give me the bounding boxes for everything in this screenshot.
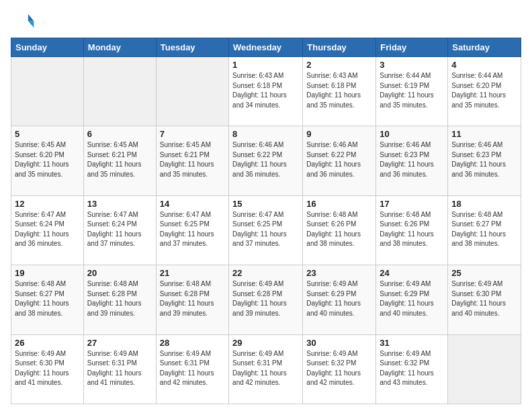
calendar-cell: 23Sunrise: 6:49 AM Sunset: 6:29 PM Dayli…: [303, 265, 376, 334]
calendar-cell: 2Sunrise: 6:43 AM Sunset: 6:18 PM Daylig…: [303, 57, 376, 126]
day-info: Sunrise: 6:45 AM Sunset: 6:21 PM Dayligh…: [87, 140, 152, 179]
calendar-cell: [448, 334, 521, 404]
day-info: Sunrise: 6:49 AM Sunset: 6:31 PM Dayligh…: [232, 349, 299, 388]
day-info: Sunrise: 6:49 AM Sunset: 6:29 PM Dayligh…: [306, 279, 372, 318]
day-number: 15: [232, 199, 299, 209]
day-info: Sunrise: 6:46 AM Sunset: 6:23 PM Dayligh…: [451, 140, 517, 179]
weekday-header-thursday: Thursday: [303, 38, 376, 57]
day-info: Sunrise: 6:47 AM Sunset: 6:24 PM Dayligh…: [15, 210, 80, 249]
day-info: Sunrise: 6:48 AM Sunset: 6:26 PM Dayligh…: [306, 210, 372, 249]
calendar-cell: 25Sunrise: 6:49 AM Sunset: 6:30 PM Dayli…: [448, 265, 521, 334]
weekday-header-saturday: Saturday: [448, 38, 521, 57]
day-info: Sunrise: 6:48 AM Sunset: 6:27 PM Dayligh…: [451, 210, 517, 249]
calendar-cell: 26Sunrise: 6:49 AM Sunset: 6:30 PM Dayli…: [11, 334, 84, 404]
weekday-header-row: SundayMondayTuesdayWednesdayThursdayFrid…: [11, 38, 521, 57]
day-info: Sunrise: 6:49 AM Sunset: 6:32 PM Dayligh…: [306, 349, 372, 388]
calendar-cell: 19Sunrise: 6:48 AM Sunset: 6:27 PM Dayli…: [11, 265, 84, 334]
calendar-cell: 14Sunrise: 6:47 AM Sunset: 6:25 PM Dayli…: [156, 195, 228, 265]
calendar-cell: 13Sunrise: 6:47 AM Sunset: 6:24 PM Dayli…: [83, 195, 156, 265]
day-info: Sunrise: 6:47 AM Sunset: 6:24 PM Dayligh…: [87, 210, 152, 249]
calendar-cell: 4Sunrise: 6:44 AM Sunset: 6:20 PM Daylig…: [448, 57, 521, 126]
logo-icon: [13, 11, 35, 32]
day-number: 7: [160, 129, 225, 139]
day-info: Sunrise: 6:46 AM Sunset: 6:23 PM Dayligh…: [380, 140, 444, 179]
weekday-header-friday: Friday: [376, 38, 448, 57]
calendar-cell: 7Sunrise: 6:45 AM Sunset: 6:21 PM Daylig…: [156, 126, 228, 195]
calendar-cell: 29Sunrise: 6:49 AM Sunset: 6:31 PM Dayli…: [229, 334, 303, 404]
weekday-header-monday: Monday: [83, 38, 156, 57]
day-number: 24: [380, 268, 444, 278]
svg-marker-1: [28, 21, 34, 28]
day-info: Sunrise: 6:43 AM Sunset: 6:18 PM Dayligh…: [306, 71, 372, 110]
day-number: 20: [87, 268, 152, 278]
svg-marker-0: [28, 14, 34, 21]
week-row-4: 19Sunrise: 6:48 AM Sunset: 6:27 PM Dayli…: [11, 265, 521, 334]
day-number: 30: [306, 338, 372, 348]
day-info: Sunrise: 6:48 AM Sunset: 6:27 PM Dayligh…: [15, 279, 80, 318]
day-number: 16: [306, 199, 372, 209]
weekday-header-wednesday: Wednesday: [229, 38, 303, 57]
calendar-cell: 20Sunrise: 6:48 AM Sunset: 6:28 PM Dayli…: [83, 265, 156, 334]
day-info: Sunrise: 6:45 AM Sunset: 6:21 PM Dayligh…: [160, 140, 225, 179]
day-number: 19: [15, 268, 80, 278]
calendar-cell: [156, 57, 228, 126]
day-number: 9: [306, 129, 372, 139]
day-number: 28: [160, 338, 225, 348]
calendar-cell: 16Sunrise: 6:48 AM Sunset: 6:26 PM Dayli…: [303, 195, 376, 265]
day-number: 14: [160, 199, 225, 209]
day-info: Sunrise: 6:49 AM Sunset: 6:29 PM Dayligh…: [380, 279, 444, 318]
day-info: Sunrise: 6:49 AM Sunset: 6:31 PM Dayligh…: [87, 349, 152, 388]
calendar-cell: 21Sunrise: 6:48 AM Sunset: 6:28 PM Dayli…: [156, 265, 228, 334]
calendar-cell: 30Sunrise: 6:49 AM Sunset: 6:32 PM Dayli…: [303, 334, 376, 404]
calendar-cell: 1Sunrise: 6:43 AM Sunset: 6:18 PM Daylig…: [229, 57, 303, 126]
day-number: 5: [15, 129, 80, 139]
calendar-cell: [11, 57, 84, 126]
calendar-cell: 10Sunrise: 6:46 AM Sunset: 6:23 PM Dayli…: [376, 126, 448, 195]
calendar-cell: 9Sunrise: 6:46 AM Sunset: 6:22 PM Daylig…: [303, 126, 376, 195]
calendar-cell: [83, 57, 156, 126]
day-number: 10: [380, 129, 444, 139]
day-number: 27: [87, 338, 152, 348]
day-info: Sunrise: 6:49 AM Sunset: 6:30 PM Dayligh…: [15, 349, 80, 388]
calendar-cell: 28Sunrise: 6:49 AM Sunset: 6:31 PM Dayli…: [156, 334, 228, 404]
day-info: Sunrise: 6:49 AM Sunset: 6:31 PM Dayligh…: [160, 349, 225, 388]
day-info: Sunrise: 6:48 AM Sunset: 6:28 PM Dayligh…: [87, 279, 152, 318]
calendar-cell: 24Sunrise: 6:49 AM Sunset: 6:29 PM Dayli…: [376, 265, 448, 334]
calendar-cell: 3Sunrise: 6:44 AM Sunset: 6:19 PM Daylig…: [376, 57, 448, 126]
day-info: Sunrise: 6:49 AM Sunset: 6:28 PM Dayligh…: [232, 279, 299, 318]
day-info: Sunrise: 6:48 AM Sunset: 6:28 PM Dayligh…: [160, 279, 225, 318]
day-info: Sunrise: 6:46 AM Sunset: 6:22 PM Dayligh…: [306, 140, 372, 179]
day-number: 23: [306, 268, 372, 278]
day-info: Sunrise: 6:48 AM Sunset: 6:26 PM Dayligh…: [380, 210, 444, 249]
day-number: 3: [380, 60, 444, 70]
calendar-cell: 17Sunrise: 6:48 AM Sunset: 6:26 PM Dayli…: [376, 195, 448, 265]
day-info: Sunrise: 6:44 AM Sunset: 6:19 PM Dayligh…: [380, 71, 444, 110]
day-info: Sunrise: 6:47 AM Sunset: 6:25 PM Dayligh…: [232, 210, 299, 249]
day-info: Sunrise: 6:47 AM Sunset: 6:25 PM Dayligh…: [160, 210, 225, 249]
day-number: 18: [451, 199, 517, 209]
calendar-cell: 8Sunrise: 6:46 AM Sunset: 6:22 PM Daylig…: [229, 126, 303, 195]
day-number: 2: [306, 60, 372, 70]
day-number: 31: [380, 338, 444, 348]
calendar-cell: 18Sunrise: 6:48 AM Sunset: 6:27 PM Dayli…: [448, 195, 521, 265]
weekday-header-sunday: Sunday: [11, 38, 84, 57]
weekday-header-tuesday: Tuesday: [156, 38, 228, 57]
week-row-3: 12Sunrise: 6:47 AM Sunset: 6:24 PM Dayli…: [11, 195, 521, 265]
calendar-cell: 11Sunrise: 6:46 AM Sunset: 6:23 PM Dayli…: [448, 126, 521, 195]
day-info: Sunrise: 6:44 AM Sunset: 6:20 PM Dayligh…: [451, 71, 517, 110]
day-number: 17: [380, 199, 444, 209]
day-number: 12: [15, 199, 80, 209]
day-number: 26: [15, 338, 80, 348]
day-info: Sunrise: 6:45 AM Sunset: 6:20 PM Dayligh…: [15, 140, 80, 179]
day-info: Sunrise: 6:43 AM Sunset: 6:18 PM Dayligh…: [232, 71, 299, 110]
calendar-cell: 15Sunrise: 6:47 AM Sunset: 6:25 PM Dayli…: [229, 195, 303, 265]
calendar-cell: 6Sunrise: 6:45 AM Sunset: 6:21 PM Daylig…: [83, 126, 156, 195]
day-number: 8: [232, 129, 299, 139]
day-number: 29: [232, 338, 299, 348]
day-number: 21: [160, 268, 225, 278]
week-row-1: 1Sunrise: 6:43 AM Sunset: 6:18 PM Daylig…: [11, 57, 521, 126]
calendar-cell: 12Sunrise: 6:47 AM Sunset: 6:24 PM Dayli…: [11, 195, 84, 265]
day-number: 13: [87, 199, 152, 209]
week-row-2: 5Sunrise: 6:45 AM Sunset: 6:20 PM Daylig…: [11, 126, 521, 195]
day-number: 4: [451, 60, 517, 70]
